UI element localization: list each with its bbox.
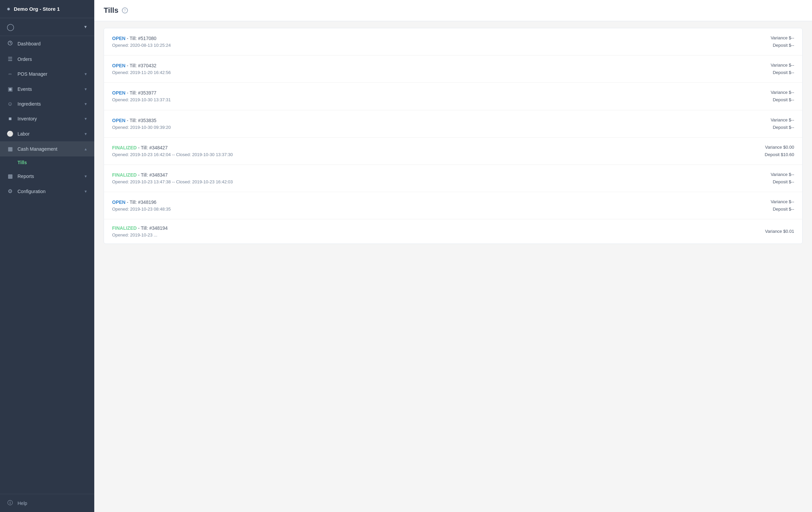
till-amounts: Variance $-- Deposit $-- bbox=[771, 198, 794, 213]
sidebar-item-events[interactable]: ▣ Events ▼ bbox=[0, 82, 94, 96]
till-number: - Till: #370432 bbox=[127, 63, 156, 68]
pos-icon: ⎓ bbox=[7, 71, 13, 77]
events-chevron-icon: ▼ bbox=[84, 87, 88, 91]
sidebar-item-cash-management[interactable]: ▦ Cash Management ▲ bbox=[0, 141, 94, 156]
labor-chevron-icon: ▼ bbox=[84, 132, 88, 136]
config-chevron-icon: ▼ bbox=[84, 189, 88, 193]
till-variance: Variance $0.00 bbox=[765, 144, 794, 151]
reports-label: Reports bbox=[18, 174, 34, 179]
inventory-label: Inventory bbox=[18, 116, 37, 121]
table-row[interactable]: FINALIZED - Till: #348427 Opened: 2019-1… bbox=[104, 138, 802, 165]
orders-icon: ☰ bbox=[7, 56, 13, 62]
user-chevron-icon: ▼ bbox=[84, 25, 88, 29]
till-date: Opened: 2019-10-23 13:47:38 -- Closed: 2… bbox=[112, 179, 233, 184]
dashboard-label: Dashboard bbox=[18, 41, 41, 47]
till-variance: Variance $-- bbox=[771, 34, 794, 42]
location-icon: ● bbox=[7, 5, 10, 12]
till-variance: Variance $0.01 bbox=[765, 228, 794, 235]
till-title: FINALIZED - Till: #348194 bbox=[112, 225, 168, 231]
sidebar-item-ingredients[interactable]: ☺ Ingredients ▼ bbox=[0, 96, 94, 111]
till-deposit: Deposit $-- bbox=[771, 178, 794, 186]
table-row[interactable]: FINALIZED - Till: #348194 Opened: 2019-1… bbox=[104, 219, 802, 244]
till-date: Opened: 2019-10-23 ... bbox=[112, 233, 168, 238]
ingredients-label: Ingredients bbox=[18, 101, 41, 107]
orders-label: Orders bbox=[18, 57, 32, 62]
till-status: OPEN bbox=[112, 118, 125, 123]
till-date: Opened: 2019-10-23 16:42:04 -- Closed: 2… bbox=[112, 152, 233, 157]
till-variance: Variance $-- bbox=[771, 171, 794, 178]
till-status: OPEN bbox=[112, 63, 125, 68]
till-title: OPEN - Till: #370432 bbox=[112, 63, 171, 68]
till-deposit: Deposit $10.60 bbox=[765, 151, 794, 158]
sidebar-item-orders[interactable]: ☰ Orders bbox=[0, 52, 94, 67]
config-icon: ⚙ bbox=[7, 188, 13, 194]
till-amounts: Variance $-- Deposit $-- bbox=[771, 89, 794, 103]
till-date: Opened: 2019-10-30 13:37:31 bbox=[112, 97, 171, 102]
cash-label: Cash Management bbox=[18, 146, 57, 152]
till-amounts: Variance $0.01 bbox=[765, 228, 794, 235]
table-row[interactable]: OPEN - Till: #348196 Opened: 2019-10-23 … bbox=[104, 192, 802, 219]
till-status: OPEN bbox=[112, 90, 125, 95]
till-status: FINALIZED bbox=[112, 172, 137, 178]
sidebar: ● Demo Org - Store 1 ◯ ▼ Dashboard ☰ Ord… bbox=[0, 0, 94, 512]
inventory-chevron-icon: ▼ bbox=[84, 117, 88, 121]
cash-icon: ▦ bbox=[7, 146, 13, 152]
page-header: Tills ? bbox=[94, 0, 812, 21]
ingredients-icon: ☺ bbox=[7, 101, 13, 107]
till-number: - Till: #517080 bbox=[127, 36, 156, 41]
cash-chevron-icon: ▲ bbox=[84, 147, 88, 151]
store-name: Demo Org - Store 1 bbox=[14, 6, 60, 12]
sidebar-sub-item-tills[interactable]: Tills bbox=[0, 156, 94, 169]
table-row[interactable]: FINALIZED - Till: #348347 Opened: 2019-1… bbox=[104, 165, 802, 192]
till-deposit: Deposit $-- bbox=[771, 124, 794, 131]
reports-icon: ▩ bbox=[7, 173, 13, 179]
sidebar-item-dashboard[interactable]: Dashboard bbox=[0, 36, 94, 52]
table-row[interactable]: OPEN - Till: #370432 Opened: 2019-11-20 … bbox=[104, 56, 802, 83]
till-number: - Till: #348196 bbox=[127, 200, 156, 205]
ingredients-chevron-icon: ▼ bbox=[84, 102, 88, 106]
tills-sub-label: Tills bbox=[18, 160, 27, 165]
till-status: FINALIZED bbox=[112, 225, 137, 231]
till-info: OPEN - Till: #348196 Opened: 2019-10-23 … bbox=[112, 200, 171, 212]
tills-list: OPEN - Till: #517080 Opened: 2020-08-13 … bbox=[104, 28, 803, 244]
sidebar-header: ● Demo Org - Store 1 bbox=[0, 0, 94, 18]
till-amounts: Variance $0.00 Deposit $10.60 bbox=[765, 144, 794, 158]
sidebar-item-pos-manager[interactable]: ⎓ POS Manager ▼ bbox=[0, 67, 94, 82]
till-variance: Variance $-- bbox=[771, 89, 794, 96]
till-info: OPEN - Till: #353977 Opened: 2019-10-30 … bbox=[112, 90, 171, 102]
sidebar-item-reports[interactable]: ▩ Reports ▼ bbox=[0, 169, 94, 184]
till-variance: Variance $-- bbox=[771, 198, 794, 206]
dashboard-icon bbox=[7, 40, 13, 47]
config-label: Configuration bbox=[18, 189, 46, 194]
till-date: Opened: 2020-08-13 10:25:24 bbox=[112, 43, 171, 48]
table-row[interactable]: OPEN - Till: #517080 Opened: 2020-08-13 … bbox=[104, 28, 802, 56]
till-deposit: Deposit $-- bbox=[771, 42, 794, 49]
help-icon: ⓘ bbox=[7, 500, 13, 507]
till-title: OPEN - Till: #353977 bbox=[112, 90, 171, 95]
till-amounts: Variance $-- Deposit $-- bbox=[771, 34, 794, 49]
page-help-icon[interactable]: ? bbox=[122, 7, 128, 13]
user-section[interactable]: ◯ ▼ bbox=[0, 18, 94, 36]
till-info: FINALIZED - Till: #348194 Opened: 2019-1… bbox=[112, 225, 168, 238]
till-status: OPEN bbox=[112, 36, 125, 41]
till-number: - Till: #348347 bbox=[138, 172, 168, 178]
till-amounts: Variance $-- Deposit $-- bbox=[771, 116, 794, 131]
table-row[interactable]: OPEN - Till: #353835 Opened: 2019-10-30 … bbox=[104, 110, 802, 138]
till-info: OPEN - Till: #353835 Opened: 2019-10-30 … bbox=[112, 118, 171, 130]
table-row[interactable]: OPEN - Till: #353977 Opened: 2019-10-30 … bbox=[104, 83, 802, 110]
till-amounts: Variance $-- Deposit $-- bbox=[771, 62, 794, 77]
help-label: Help bbox=[18, 501, 27, 506]
till-date: Opened: 2019-11-20 16:42:56 bbox=[112, 70, 171, 75]
sidebar-item-configuration[interactable]: ⚙ Configuration ▼ bbox=[0, 184, 94, 199]
till-status: OPEN bbox=[112, 200, 125, 205]
user-icon: ◯ bbox=[7, 23, 14, 31]
till-deposit: Deposit $-- bbox=[771, 69, 794, 77]
sidebar-item-labor[interactable]: ⚪ Labor ▼ bbox=[0, 126, 94, 141]
till-title: FINALIZED - Till: #348427 bbox=[112, 145, 233, 150]
sidebar-item-inventory[interactable]: ■ Inventory ▼ bbox=[0, 111, 94, 126]
till-info: FINALIZED - Till: #348427 Opened: 2019-1… bbox=[112, 145, 233, 157]
sidebar-item-help[interactable]: ⓘ Help bbox=[0, 494, 94, 512]
till-number: - Till: #353835 bbox=[127, 118, 156, 123]
till-number: - Till: #348194 bbox=[138, 225, 168, 231]
till-title: OPEN - Till: #517080 bbox=[112, 36, 171, 41]
